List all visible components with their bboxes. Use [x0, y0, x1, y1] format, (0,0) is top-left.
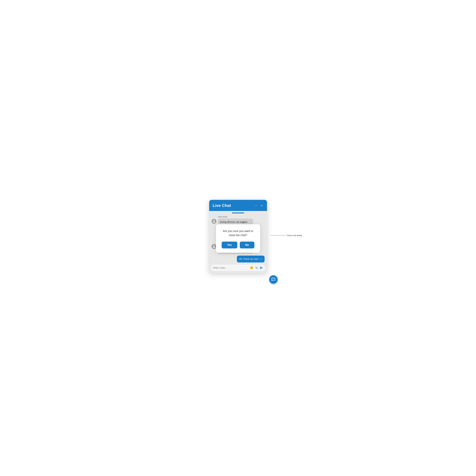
fab-chat-button[interactable] [269, 275, 278, 284]
close-button[interactable]: × [260, 204, 263, 207]
emoji-icon: 🙂 [250, 266, 253, 270]
send-button[interactable] [260, 266, 263, 270]
no-button[interactable]: No [240, 242, 254, 248]
confirm-dialog: Are you sure you want to close the chat?… [216, 224, 260, 253]
annotation-wrapper: Close chat dialog [271, 234, 302, 237]
input-icons: 🙂 📎 [250, 266, 263, 270]
annotation-line [271, 235, 286, 236]
minimize-button[interactable]: − [255, 204, 257, 207]
header-controls: − × [255, 204, 263, 207]
chat-title: Live Chat [213, 203, 231, 208]
chat-body: Mark White During off-hours, we suggest … [209, 214, 267, 262]
dialog-question: Are you sure you want to close the chat? [220, 229, 256, 237]
scroll-indicator-top [209, 211, 267, 214]
scroll-bar [232, 212, 244, 213]
yes-button[interactable]: Yes [222, 242, 237, 248]
page-wrapper: Live Chat − × Mark White During off-hour… [199, 194, 278, 282]
reply-input[interactable] [213, 267, 248, 269]
chat-input-area: 🙂 📎 [211, 265, 265, 271]
attachment-button[interactable]: 📎 [255, 266, 258, 270]
dialog-overlay: Are you sure you want to close the chat?… [209, 214, 267, 262]
annotation-text: Close chat dialog [287, 234, 302, 237]
chat-window: Live Chat − × Mark White During off-hour… [209, 200, 267, 273]
chat-header: Live Chat − × [209, 200, 267, 211]
emoji-button[interactable]: 🙂 [250, 266, 253, 270]
paperclip-icon: 📎 [255, 266, 258, 270]
dialog-buttons: Yes No [220, 242, 256, 248]
